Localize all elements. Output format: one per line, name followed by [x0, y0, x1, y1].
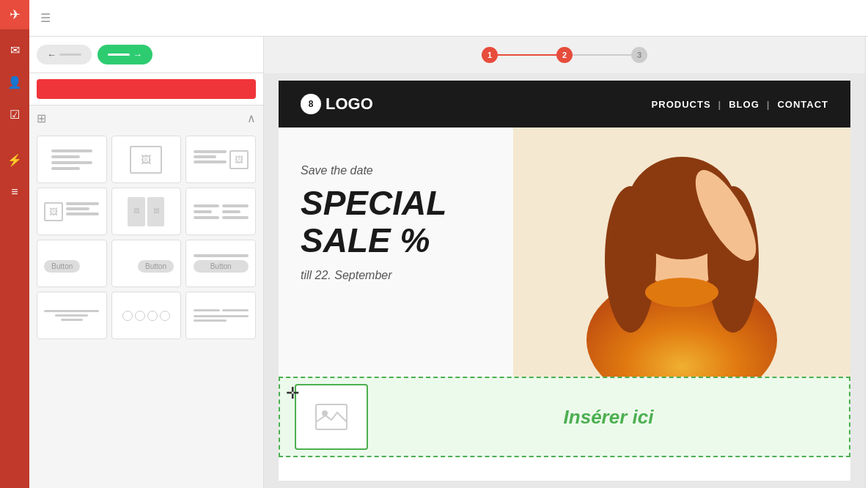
progress-steps: 1 2 3: [482, 47, 647, 63]
block-social-icons[interactable]: [111, 292, 182, 339]
hero-text-col: Save the date SPECIAL SALE % till 22. Se…: [301, 164, 506, 282]
block-image-text-left[interactable]: 🖼: [37, 188, 107, 235]
canvas-toolbar: 1 2 3: [264, 37, 865, 73]
search-bar: [29, 73, 263, 106]
hero-title: SPECIAL SALE %: [301, 185, 506, 259]
logo-circle: 8: [301, 94, 321, 114]
block-button-right[interactable]: Button: [111, 240, 182, 287]
drag-handle-icon: ✛: [286, 384, 299, 403]
hamburger-icon[interactable]: ☰: [40, 11, 51, 25]
block-footer-simple[interactable]: [37, 292, 107, 339]
canvas-scroll[interactable]: 8 LOGO PRODUCTS | BLOG | CONTACT: [264, 73, 865, 488]
block-panel-toolbar: ← →: [29, 37, 263, 73]
collapse-icon[interactable]: ∧: [247, 111, 256, 125]
insert-block[interactable]: ✛ Insérer ici: [279, 377, 850, 457]
left-sidebar: ✈ ✉ 👤 ☑ ⚡ ≡: [0, 0, 29, 488]
back-button[interactable]: ←: [37, 45, 92, 64]
insert-label: Insérer ici: [368, 406, 849, 429]
back-arrow-icon: ←: [47, 49, 56, 60]
search-input[interactable]: [37, 79, 256, 99]
hero-image-col: [513, 127, 850, 377]
hero-date: till 22. September: [301, 269, 506, 282]
sidebar-robot-icon[interactable]: ⚡: [0, 145, 29, 174]
app-logo-icon[interactable]: ✈: [0, 0, 29, 29]
svg-point-4: [605, 186, 656, 333]
nav-sep-1: |: [718, 99, 722, 110]
sidebar-envelope-icon[interactable]: ✉: [0, 35, 29, 64]
hero-subtitle: Save the date: [301, 164, 506, 177]
block-button-left[interactable]: Button: [37, 240, 107, 287]
block-panel: ← → ⊞ ∧: [29, 37, 264, 488]
svg-point-7: [645, 278, 718, 307]
email-logo: 8 LOGO: [301, 94, 373, 114]
block-image[interactable]: 🖼: [111, 136, 182, 183]
block-grid-header: ⊞ ∧: [29, 106, 263, 131]
email-hero: Save the date SPECIAL SALE % till 22. Se…: [279, 127, 850, 377]
nav-products: PRODUCTS: [652, 99, 711, 110]
main-content: ☰ ← → ⊞ ∧: [29, 0, 868, 488]
nav-sep-2: |: [767, 99, 770, 110]
step-line-2: [573, 54, 631, 56]
email-nav: PRODUCTS | BLOG | CONTACT: [652, 99, 828, 110]
hero-image-svg: [513, 127, 850, 377]
top-bar: ☰: [29, 0, 868, 37]
block-grid: 🖼 🖼 🖼: [29, 131, 263, 344]
canvas-area: 1 2 3 8 LOGO P: [264, 37, 865, 488]
forward-button[interactable]: →: [98, 45, 152, 64]
email-header: 8 LOGO PRODUCTS | BLOG | CONTACT: [279, 81, 850, 127]
email-canvas: 8 LOGO PRODUCTS | BLOG | CONTACT: [279, 81, 850, 481]
right-panel: 🕐 🖼 🔗 🌐 ▦ </> 📎 ⚙: [865, 37, 868, 488]
grid-view-icon[interactable]: ⊞: [37, 111, 46, 125]
block-text-columns[interactable]: [185, 188, 256, 235]
step-line-1: [498, 54, 556, 56]
step-1-dot[interactable]: 1: [482, 47, 498, 63]
step-2-dot[interactable]: 2: [556, 47, 573, 63]
logo-text: LOGO: [326, 95, 373, 114]
block-button-full[interactable]: Button: [185, 240, 256, 287]
nav-contact: CONTACT: [777, 99, 828, 110]
insert-image-placeholder: [295, 384, 368, 450]
insert-placeholder-icon: [315, 404, 347, 430]
block-text-image-right[interactable]: 🖼: [185, 136, 256, 183]
nav-blog: BLOG: [729, 99, 760, 110]
block-text-lines[interactable]: [37, 136, 107, 183]
block-footer-full[interactable]: [185, 292, 256, 339]
forward-arrow-icon: →: [133, 49, 142, 60]
step-3-dot[interactable]: 3: [631, 47, 647, 63]
sidebar-check-icon[interactable]: ☑: [0, 100, 29, 129]
sidebar-layers-icon[interactable]: ≡: [0, 177, 29, 207]
content-row: ← → ⊞ ∧: [29, 37, 868, 488]
sidebar-user-icon[interactable]: 👤: [0, 67, 29, 97]
block-image-grid[interactable]: 🖼 🖼: [111, 188, 182, 235]
